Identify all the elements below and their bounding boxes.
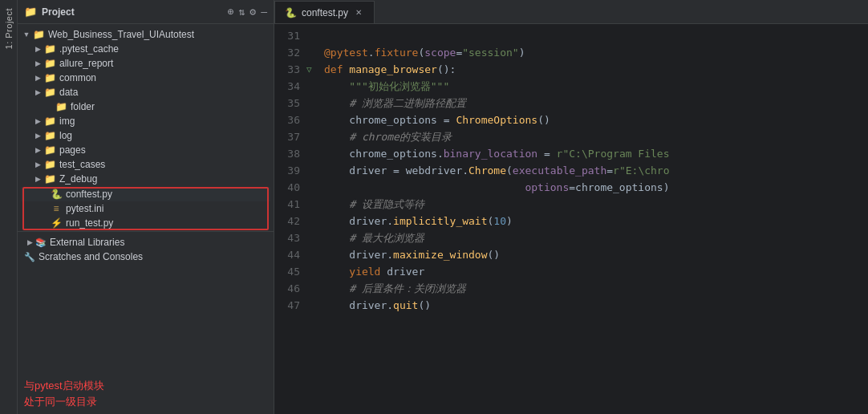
allure-report-label: allure_report — [59, 58, 270, 69]
tree-item-allure-report[interactable]: ▶ 📁 allure_report — [18, 56, 274, 71]
folder-icon: 📁 — [43, 173, 56, 185]
paren-42a: ( — [488, 213, 494, 229]
implicitly-wait: implicitly_wait — [393, 213, 487, 229]
indent — [324, 280, 349, 297]
maximize-window: maximize_window — [393, 246, 487, 263]
code-line-33: def manage_browser(): — [324, 61, 868, 78]
folder-icon: 📁 — [43, 159, 56, 170]
sidebar-toolbar: ⊕ ⇅ ⚙ — — [228, 6, 267, 18]
tree-item-test-cases[interactable]: ▶ 📁 test_cases — [18, 157, 274, 172]
folder-icon: 📁 — [43, 72, 56, 83]
driver-47: driver — [349, 297, 387, 314]
indent — [324, 78, 349, 95]
driver-44: driver — [349, 246, 387, 263]
str-38: r"C:\Program Files — [557, 145, 670, 162]
indent — [324, 145, 349, 162]
paren-open: ( — [418, 44, 424, 61]
tree-item-pages[interactable]: ▶ 📁 pages — [18, 143, 274, 157]
class-chromeoptions: ChromeOptions — [456, 112, 537, 128]
code-line-37: # chrome的安装目录 — [324, 128, 868, 145]
python-file-icon: 🐍 — [50, 189, 63, 200]
run-test-label: run_test.py — [66, 217, 267, 229]
eq-40: = — [569, 179, 575, 196]
quit-fn: quit — [393, 297, 418, 314]
tree-item-scratches[interactable]: 🔧 Scratches and Consoles — [18, 250, 274, 264]
library-icon: 📚 — [35, 237, 47, 248]
pytest-ini-label: pytest.ini — [66, 203, 267, 214]
indent — [324, 246, 349, 263]
z-debug-label: Z_debug — [59, 173, 270, 185]
code-line-42: driver.implicitly_wait(10) — [324, 213, 868, 229]
sidebar-title: Project — [42, 6, 223, 18]
tab-conftest[interactable]: 🐍 conftest.py ✕ — [274, 1, 375, 23]
minus-icon[interactable]: — — [261, 6, 267, 18]
tree-item-external-libraries[interactable]: ▶ 📚 External Libraries — [18, 235, 274, 250]
project-tab[interactable]: 1: Project — [0, 0, 18, 414]
comment-35: # 浏览器二进制路径配置 — [349, 95, 466, 112]
tree-item-pytest-cache[interactable]: ▶ 📁 .pytest_cache — [18, 42, 274, 56]
chrome-options-val: chrome_options — [575, 179, 663, 196]
code-line-35: # 浏览器二进制路径配置 — [324, 95, 868, 112]
paren-close-40: ) — [663, 179, 670, 196]
folder-icon: 📁 — [43, 130, 56, 141]
fixture-kw: fixture — [375, 44, 419, 61]
tree-item-img[interactable]: ▶ 📁 img — [18, 114, 274, 128]
expand-arrow: ▶ — [32, 175, 43, 183]
tree-item-folder[interactable]: 📁 folder — [18, 99, 274, 114]
project-tab-label: 1: Project — [4, 8, 14, 49]
paren-47: () — [418, 297, 431, 314]
comment-46: # 后置条件：关闭浏览器 — [349, 280, 466, 297]
folder-icon: 📁 — [43, 58, 56, 69]
indent-40 — [324, 179, 525, 196]
chrome-class: Chrome — [468, 162, 506, 179]
dot-38: . — [437, 145, 444, 162]
expand-arrow: ▶ — [32, 117, 43, 125]
decorator-at: @pytest — [324, 44, 368, 61]
code-line-34: """初始化浏览器""" — [324, 78, 868, 95]
tree-item-data[interactable]: ▶ 📁 data — [18, 85, 274, 99]
sidebar-header: 📁 Project ⊕ ⇅ ⚙ — — [18, 0, 274, 24]
tab-filename: conftest.py — [302, 7, 348, 18]
options-attr: options — [525, 179, 569, 196]
gear-icon[interactable]: ⚙ — [249, 6, 256, 18]
annotation-line1: 与pytest启动模块 — [24, 380, 104, 392]
indent — [324, 196, 349, 213]
folder-icon: 📁 — [43, 43, 56, 55]
yield-kw: yield — [349, 263, 387, 280]
add-icon[interactable]: ⊕ — [228, 6, 234, 18]
scratch-icon: 🔧 — [24, 252, 35, 262]
folder-icon: 📁 — [43, 144, 56, 156]
code-line-44: driver.maximize_window() — [324, 246, 868, 263]
code-line-46: # 后置条件：关闭浏览器 — [324, 280, 868, 297]
img-label: img — [59, 116, 270, 127]
var-39a: driver — [349, 162, 393, 179]
folder-icon: 📁 — [43, 87, 56, 98]
code-line-32: @pytest.fixture(scope="session") — [324, 44, 868, 61]
indent — [324, 95, 349, 112]
call-36: () — [537, 112, 550, 128]
tab-close-button[interactable]: ✕ — [353, 7, 364, 18]
str-39: r"E:\chro — [613, 162, 669, 179]
tree-root-folder[interactable]: ▼ 📁 Web_Business_Travel_UIAutotest — [18, 27, 274, 42]
test-cases-label: test_cases — [59, 159, 270, 170]
eq-39b: = — [606, 162, 613, 179]
tree-item-common[interactable]: ▶ 📁 common — [18, 71, 274, 85]
gutter: ▽ — [306, 24, 318, 414]
sync-icon[interactable]: ⇅ — [239, 6, 245, 18]
file-tree: ▼ 📁 Web_Business_Travel_UIAutotest ▶ 📁 .… — [18, 24, 274, 373]
tree-item-run-test[interactable]: ⚡ run_test.py — [21, 216, 270, 230]
editor-area: 🐍 conftest.py ✕ 31 32 33 34 35 36 37 38 … — [274, 0, 868, 414]
paren: (): — [437, 61, 456, 78]
tree-item-pytest-ini[interactable]: ≡ pytest.ini — [21, 201, 270, 216]
expand-arrow: ▶ — [24, 238, 35, 246]
dot-44: . — [387, 246, 393, 263]
tree-item-z-debug[interactable]: ▶ 📁 Z_debug — [18, 172, 274, 186]
expand-arrow: ▶ — [32, 88, 43, 96]
tree-item-log[interactable]: ▶ 📁 log — [18, 128, 274, 143]
editor-tabs: 🐍 conftest.py ✕ — [274, 0, 868, 24]
highlighted-files-group: 🐍 conftest.py ≡ pytest.ini ⚡ run_test.py — [21, 187, 270, 230]
code-line-38: chrome_options.binary_location = r"C:\Pr… — [324, 145, 868, 162]
tree-item-conftest[interactable]: 🐍 conftest.py — [21, 187, 270, 201]
dot: . — [368, 44, 375, 61]
indent — [324, 162, 349, 179]
